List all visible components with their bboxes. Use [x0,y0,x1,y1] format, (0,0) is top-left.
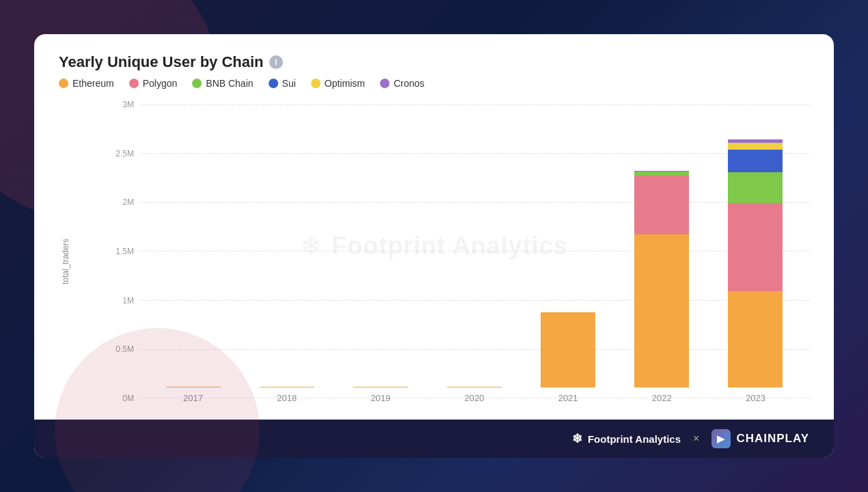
bar-segment-2023-polygon [728,203,783,291]
legend-dot-cronos [380,79,390,88]
bar-stack-2020 [447,387,502,387]
grid-label-1.5M: 1.5M [107,247,134,256]
bar-stack-2018 [260,387,314,387]
cp-logo: ▶ [711,429,731,448]
bar-group-2018: 2018 [260,387,314,403]
legend-label-sui: Sui [282,78,296,89]
bar-stack-2017 [166,387,221,387]
bar-segment-2021-ethereum [541,312,595,387]
bar-segment-2017-ethereum [166,387,221,387]
bar-segment-2022-polygon [634,176,689,234]
bar-segment-2023-bnb [728,172,783,203]
bar-stack-2021 [541,312,595,387]
bars-container: 2017201820192020202120222023 [139,100,809,403]
bar-segment-2022-ethereum [634,234,689,387]
bar-segment-2023-ethereum [728,291,783,387]
bar-group-2021: 2021 [541,312,595,403]
bar-xlabel-2018: 2018 [277,393,297,403]
y-axis-label: total_traders [59,100,72,424]
footer-fp-label: Footprint Analytics [588,433,681,445]
bar-group-2023: 2023 [728,139,783,403]
legend-item-cronos: Cronos [380,78,424,89]
legend-label-polygon: Polygon [143,78,178,89]
bar-stack-2023 [728,139,783,387]
legend-label-ethereum: Ethereum [72,78,114,89]
legend-dot-sui [269,79,278,88]
bar-segment-2023-sui [728,150,783,172]
title-row: Yearly Unique User by Chain i [59,53,809,71]
bar-xlabel-2022: 2022 [652,393,672,403]
legend-dot-ethereum [59,79,68,88]
legend-item-ethereum: Ethereum [59,78,114,89]
legend-dot-polygon [129,79,139,88]
bar-xlabel-2017: 2017 [183,393,203,403]
bar-group-2020: 2020 [447,387,502,403]
footer-fp-brand: ❄ Footprint Analytics [572,431,681,446]
legend-item-polygon: Polygon [129,78,178,89]
chart-inner: 3M 2.5M 2M 1.5M 1M 0.5M 0M 2017201820192… [79,100,809,424]
grid-label-0.5M: 0.5M [107,344,134,354]
grid-label-0M: 0M [107,394,134,403]
bar-xlabel-2019: 2019 [370,393,390,403]
chart-area: total_traders 3M 2.5M 2M 1.5M 1M 0.5M 0M [59,100,809,444]
bar-segment-2023-optimism [728,143,783,150]
grid-label-2M: 2M [107,197,134,207]
bar-stack-2022 [634,171,689,387]
bar-group-2019: 2019 [353,387,408,403]
bar-xlabel-2020: 2020 [465,393,485,403]
legend-label-cronos: Cronos [394,78,424,89]
legend-label-bnb: BNB Chain [206,78,253,89]
legend-item-sui: Sui [269,78,296,89]
bar-xlabel-2021: 2021 [558,393,578,403]
footer: ❄ Footprint Analytics × ▶ CHAINPLAY [34,420,834,458]
footer-cp-brand: ▶ CHAINPLAY [711,429,809,448]
grid-label-2.5M: 2.5M [107,149,134,159]
footer-cp-label: CHAINPLAY [736,432,809,446]
bar-segment-2019-ethereum [353,387,408,387]
bar-segment-2020-ethereum [447,387,502,387]
footer-separator: × [693,433,699,445]
legend-dot-bnb [192,79,202,88]
bar-group-2022: 2022 [634,171,689,403]
info-icon-button[interactable]: i [269,55,283,69]
bar-stack-2019 [353,387,408,387]
legend-item-optimism: Optimism [311,78,365,89]
fp-snowflake-icon: ❄ [572,431,582,446]
grid-label-1M: 1M [107,296,134,305]
legend-item-bnb: BNB Chain [192,78,253,89]
bar-segment-2018-ethereum [260,387,314,387]
bar-group-2017: 2017 [166,387,221,403]
bar-xlabel-2023: 2023 [746,393,765,403]
grid-label-3M: 3M [107,100,134,109]
legend-dot-optimism [311,79,321,88]
chart-card: Yearly Unique User by Chain i Ethereum P… [34,34,834,458]
legend-label-optimism: Optimism [325,78,365,89]
legend: Ethereum Polygon BNB Chain Sui Optimism … [59,78,809,89]
chart-title: Yearly Unique User by Chain [59,53,264,71]
